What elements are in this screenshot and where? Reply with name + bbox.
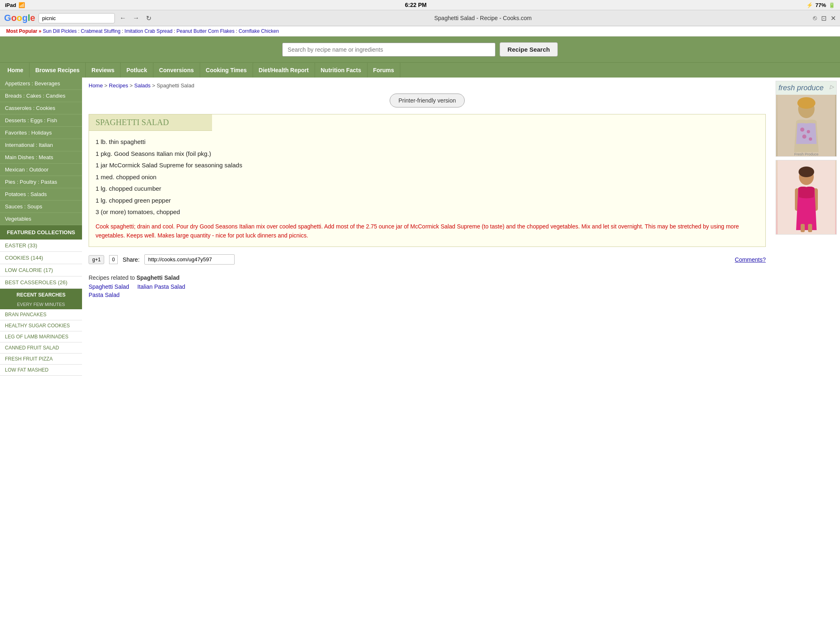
collection-best-casseroles[interactable]: BEST CASSEROLES (26) [0, 276, 82, 289]
browser-chrome: Google ← → ↻ Spaghetti Salad - Recipe - … [0, 10, 840, 26]
breadcrumb-home[interactable]: Home [89, 82, 103, 89]
recent-leg-of-lamb[interactable]: LEG OF LAMB MARINADES [0, 331, 82, 342]
sidebar-item-international[interactable]: International : Italian [0, 139, 82, 151]
sidebar-item-desserts[interactable]: Desserts : Eggs : Fish [0, 114, 82, 127]
search-button[interactable]: Recipe Search [500, 42, 557, 57]
sidebar-item-casseroles[interactable]: Casseroles : Cookies [0, 102, 82, 114]
ad-title: fresh produce [778, 84, 824, 92]
recent-fresh-fruit-pizza[interactable]: FRESH FRUIT PIZZA [0, 354, 82, 365]
sidebar-item-main-dishes[interactable]: Main Dishes : Meats [0, 151, 82, 164]
svg-point-2 [797, 97, 815, 109]
popular-link-2[interactable]: Crabmeat Stuffing [81, 28, 121, 34]
ingredient-3: 1 jar McCormick Salad Supreme for season… [96, 161, 759, 170]
ad-box-1[interactable]: fresh produce ▷ [776, 81, 837, 157]
svg-point-4 [807, 130, 810, 133]
tabs-button[interactable]: ⊡ [821, 14, 826, 22]
recent-bran-pancakes[interactable]: BRAN PANCAKES [0, 309, 82, 320]
search-input[interactable] [282, 43, 495, 57]
share-label: Share: [123, 256, 139, 263]
related-link-1[interactable]: Spaghetti Salad [89, 283, 129, 290]
ingredient-5: 1 lg. chopped cucumber [96, 184, 759, 194]
ad-icon: ▷ [830, 84, 834, 92]
google-logo: Google [4, 13, 35, 23]
page-title: Spaghetti Salad - Recipe - Cooks.com [156, 15, 810, 21]
nav-diet-health[interactable]: Diet/Health Report [253, 63, 315, 78]
search-area: Recipe Search [0, 37, 840, 62]
sidebar: Appetizers : Beverages Breads : Cakes : … [0, 78, 82, 376]
back-button[interactable]: ← [118, 14, 128, 23]
recipe-title: SPAGHETTI SALAD [96, 118, 169, 127]
ad-image-2 [776, 160, 836, 234]
breadcrumb-recipes[interactable]: Recipes [109, 82, 128, 89]
nav-bar: Home Browse Recipes Reviews Potluck Conv… [0, 62, 840, 78]
nav-cooking-times[interactable]: Cooking Times [200, 63, 253, 78]
share-bar: g+1 0 Share: Comments? [89, 250, 766, 269]
gplus-button[interactable]: g+1 [89, 255, 104, 264]
collection-cookies[interactable]: COOKIES (144) [0, 252, 82, 264]
content-wrapper: Appetizers : Beverages Breads : Cakes : … [0, 78, 840, 376]
wifi-icon: 📶 [18, 2, 25, 8]
breadcrumb-current: Spaghetti Salad [157, 82, 194, 89]
recent-healthy-sugar-cookies[interactable]: HEALTHY SUGAR COOKIES [0, 320, 82, 331]
svg-rect-14 [801, 224, 805, 232]
ad-column: fresh produce ▷ [772, 78, 840, 241]
sidebar-item-vegetables[interactable]: Vegetables [0, 213, 82, 225]
nav-browse-recipes[interactable]: Browse Recipes [30, 63, 86, 78]
printer-friendly-button[interactable]: Printer-friendly version [390, 94, 464, 107]
recent-searches-sub: EVERY FEW MINUTES [0, 301, 82, 309]
battery-label: 77% [815, 2, 826, 8]
sidebar-item-mexican[interactable]: Mexican : Outdoor [0, 164, 82, 176]
popular-link-5[interactable]: Cornflake Chicken [239, 28, 279, 34]
recent-canned-fruit-salad[interactable]: CANNED FRUIT SALAD [0, 342, 82, 354]
collection-easter[interactable]: EASTER (33) [0, 240, 82, 252]
comments-link[interactable]: Comments? [735, 256, 766, 263]
recipe-body: 1 lb. thin spaghetti 1 pkg. Good Seasons… [89, 131, 765, 247]
ingredient-7: 3 (or more) tomatoes, chopped [96, 208, 759, 217]
related-recipes: Recipes related to Spaghetti Salad Spagh… [89, 274, 766, 298]
refresh-button[interactable]: ↻ [144, 14, 153, 23]
sidebar-item-potatoes[interactable]: Potatoes : Salads [0, 188, 82, 201]
sidebar-item-breads[interactable]: Breads : Cakes : Candies [0, 90, 82, 102]
popular-link-3[interactable]: Imitation Crab Spread [125, 28, 173, 34]
battery-icon: 🔋 [829, 2, 835, 8]
nav-potluck[interactable]: Potluck [121, 63, 153, 78]
ingredient-1: 1 lb. thin spaghetti [96, 137, 759, 147]
popular-link-1[interactable]: Sun Dill Pickles [43, 28, 77, 34]
nav-conversions[interactable]: Conversions [153, 63, 200, 78]
ad-box-2[interactable] [776, 160, 837, 235]
main-content: Home > Recipes > Salads > Spaghetti Sala… [82, 78, 772, 303]
ingredient-6: 1 lg. chopped green pepper [96, 196, 759, 205]
recent-low-fat-mashed[interactable]: LOW FAT MASHED [0, 365, 82, 376]
svg-point-6 [809, 137, 812, 141]
related-link-3[interactable]: Pasta Salad [89, 292, 120, 298]
ipad-label: iPad [5, 2, 16, 8]
collection-low-calorie[interactable]: LOW CALORIE (17) [0, 264, 82, 276]
svg-text:Fresh Produce: Fresh Produce [794, 152, 818, 156]
close-button[interactable]: ✕ [831, 14, 836, 22]
nav-home[interactable]: Home [2, 63, 30, 78]
sidebar-item-pies[interactable]: Pies : Poultry : Pastas [0, 176, 82, 188]
sidebar-categories: Appetizers : Beverages Breads : Cakes : … [0, 78, 82, 225]
sidebar-item-favorites[interactable]: Favorites : Holidays [0, 127, 82, 139]
ad-header: fresh produce ▷ [776, 81, 836, 95]
svg-point-3 [800, 128, 804, 132]
popular-bar: Most Popular » Sun Dill Pickles : Crabme… [0, 26, 840, 37]
recent-searches-header: RECENT SEARCHES [0, 289, 82, 301]
popular-link-4[interactable]: Peanut Butter Corn Flakes [176, 28, 234, 34]
url-bar[interactable] [39, 13, 115, 23]
gplus-count: 0 [109, 255, 118, 264]
status-bar: iPad 📶 6:22 PM ⚡ 77% 🔋 [0, 0, 840, 10]
sidebar-item-appetizers[interactable]: Appetizers : Beverages [0, 78, 82, 90]
breadcrumb-salads[interactable]: Salads [134, 82, 151, 89]
featured-collections-header: FEATURED COLLECTIONS [0, 225, 82, 240]
related-link-2[interactable]: Italian Pasta Salad [137, 283, 185, 290]
nav-nutrition-facts[interactable]: Nutrition Facts [315, 63, 368, 78]
ingredient-2: 1 pkg. Good Seasons Italian mix (foil pk… [96, 149, 759, 159]
share-button[interactable]: ⎋ [813, 14, 817, 22]
related-label: Recipes related to Spaghetti Salad [89, 274, 766, 281]
sidebar-item-sauces[interactable]: Sauces : Soups [0, 201, 82, 213]
nav-forums[interactable]: Forums [368, 63, 400, 78]
share-url-input[interactable] [144, 254, 235, 265]
nav-reviews[interactable]: Reviews [86, 63, 121, 78]
forward-button[interactable]: → [131, 14, 141, 23]
